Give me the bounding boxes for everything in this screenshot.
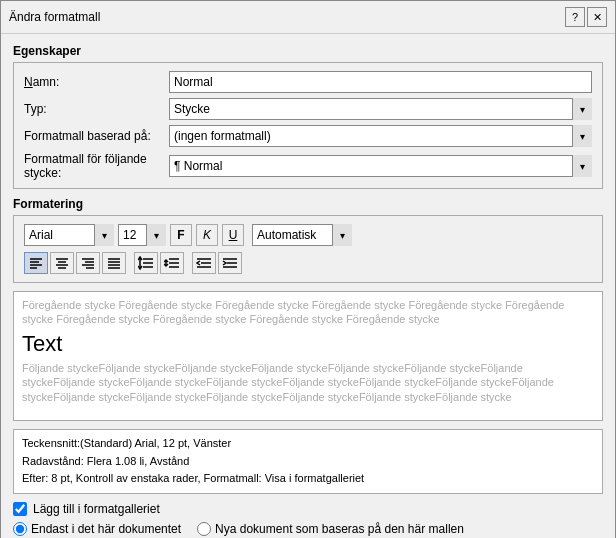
only-doc-radio-item: Endast i det här dokumentet — [13, 522, 181, 536]
new-template-radio[interactable] — [197, 522, 211, 536]
only-doc-radio[interactable] — [13, 522, 27, 536]
size-select-wrapper: 12 ▾ — [118, 224, 166, 246]
name-value: Normal — [169, 71, 592, 93]
info-line3: Efter: 8 pt, Kontroll av enstaka rader, … — [22, 470, 594, 488]
info-area: Teckensnitt:(Standard) Arial, 12 pt, Vän… — [13, 429, 603, 494]
align-row — [24, 252, 592, 274]
italic-button[interactable]: K — [196, 224, 218, 246]
indent-increase-button[interactable] — [218, 252, 242, 274]
type-select-wrapper: Stycke ▾ — [169, 98, 592, 120]
next-style-row: Formatmall för följande stycke: ¶ Normal… — [24, 152, 592, 180]
align-right-button[interactable] — [76, 252, 100, 274]
type-label: Typ: — [24, 102, 169, 116]
color-select[interactable]: Automatisk — [252, 224, 352, 246]
next-style-select[interactable]: ¶ Normal — [169, 155, 592, 177]
gallery-checkbox-row: Lägg till i formatgalleriet — [13, 502, 603, 516]
new-template-radio-item: Nya dokument som baseras på den här mall… — [197, 522, 464, 536]
properties-group: Namn: Normal Typ: Stycke ▾ Formatmall ba… — [13, 62, 603, 189]
line-spacing-decrease-button[interactable] — [160, 252, 184, 274]
only-doc-label[interactable]: Endast i det här dokumentet — [31, 522, 181, 536]
info-line1: Teckensnitt:(Standard) Arial, 12 pt, Vän… — [22, 435, 594, 453]
bold-button[interactable]: F — [170, 224, 192, 246]
properties-section-label: Egenskaper — [13, 44, 603, 58]
underline-button[interactable]: U — [222, 224, 244, 246]
type-select[interactable]: Stycke — [169, 98, 592, 120]
based-on-select-wrapper: (ingen formatmall) ▾ — [169, 125, 592, 147]
font-row: Arial ▾ 12 ▾ F K U Automatisk ▾ — [24, 224, 592, 246]
name-text: Normal — [174, 75, 213, 89]
gallery-checkbox-label[interactable]: Lägg till i formatgalleriet — [33, 502, 160, 516]
indent-decrease-button[interactable] — [192, 252, 216, 274]
color-select-wrapper: Automatisk ▾ — [252, 224, 352, 246]
next-style-label: Formatmall för följande stycke: — [24, 152, 169, 180]
based-on-select[interactable]: (ingen formatmall) — [169, 125, 592, 147]
title-bar-buttons: ? ✕ — [565, 7, 607, 27]
info-line2: Radavstånd: Flera 1.08 li, Avstånd — [22, 453, 594, 471]
dialog: Ändra formatmall ? ✕ Egenskaper Namn: No… — [0, 0, 616, 538]
size-select[interactable]: 12 — [118, 224, 166, 246]
radio-row: Endast i det här dokumentet Nya dokument… — [13, 522, 603, 536]
align-left-button[interactable] — [24, 252, 48, 274]
preview-next-text: Följande styckeFöljande styckeFöljande s… — [22, 361, 594, 404]
dialog-body: Egenskaper Namn: Normal Typ: Stycke ▾ — [1, 34, 615, 538]
name-label: Namn: — [24, 75, 169, 89]
type-row: Typ: Stycke ▾ — [24, 98, 592, 120]
based-on-label: Formatmall baserad på: — [24, 129, 169, 143]
align-center-button[interactable] — [50, 252, 74, 274]
title-bar: Ändra formatmall ? ✕ — [1, 1, 615, 34]
new-template-label[interactable]: Nya dokument som baseras på den här mall… — [215, 522, 464, 536]
name-row: Namn: Normal — [24, 71, 592, 93]
font-select[interactable]: Arial — [24, 224, 114, 246]
align-justify-button[interactable] — [102, 252, 126, 274]
preview-prev-text: Föregående stycke Föregående stycke Före… — [22, 298, 594, 327]
line-spacing-button[interactable] — [134, 252, 158, 274]
help-button[interactable]: ? — [565, 7, 585, 27]
formatting-group: Arial ▾ 12 ▾ F K U Automatisk ▾ — [13, 215, 603, 283]
based-on-row: Formatmall baserad på: (ingen formatmall… — [24, 125, 592, 147]
next-style-select-wrapper: ¶ Normal ▾ — [169, 155, 592, 177]
gallery-checkbox[interactable] — [13, 502, 27, 516]
formatting-section-label: Formatering — [13, 197, 603, 211]
dialog-title: Ändra formatmall — [9, 10, 100, 24]
font-select-wrapper: Arial ▾ — [24, 224, 114, 246]
preview-area: Föregående stycke Föregående stycke Före… — [13, 291, 603, 421]
close-button[interactable]: ✕ — [587, 7, 607, 27]
preview-main-text: Text — [22, 331, 594, 357]
